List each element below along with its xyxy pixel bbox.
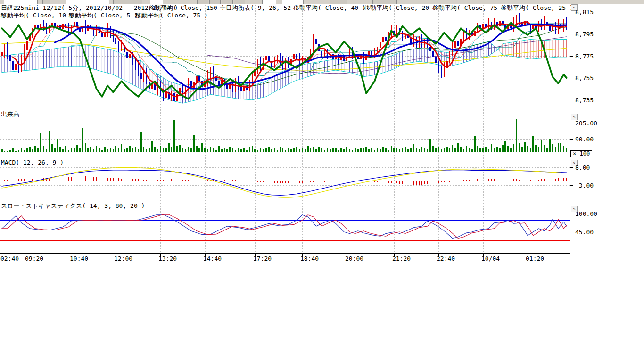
volume-axis-label-0: 205.00	[575, 120, 597, 127]
price-axis-label-4: 8,735	[575, 97, 594, 104]
volume-panel-label: 出来高	[1, 111, 19, 118]
price-volume-macd-stoch-chart	[0, 0, 644, 362]
time-axis-label-3: 12:00	[114, 255, 132, 262]
chart-application-window: 日経225mini 12/12( 5分, 2012/10/02 - 2012/1…	[0, 0, 644, 362]
time-axis-label-9: 21:20	[392, 255, 411, 262]
time-axis-label-10: 22:40	[437, 255, 455, 262]
time-axis-label-4: 13:20	[158, 255, 177, 262]
price-axis-label-3: 8,755	[575, 74, 594, 82]
stochastics-panel-label: スロー・ストキャスティクス( 14, 3, 80, 20 )	[1, 203, 145, 209]
stoch-axis-label-1: 45.00	[575, 229, 594, 236]
time-axis-label-11: 10/04	[481, 255, 500, 262]
price-axis-label-2: 8,775	[575, 53, 594, 60]
price-axis-label-1: 8,795	[575, 31, 594, 38]
macd-axis-label-0: 8.00	[575, 164, 590, 171]
stoch-axis-label-0: 100.00	[575, 210, 597, 217]
time-axis-label-2: 10:40	[70, 255, 88, 262]
time-axis-label-6: 17:20	[253, 255, 272, 262]
time-axis-label-5: 14:40	[203, 255, 222, 262]
volume-multiplier-badge: × 100	[570, 150, 592, 157]
macd-panel-label: MACD( 12, 26, 9 )	[1, 159, 64, 166]
price-axis-label-0: 8,815	[575, 8, 594, 16]
volume-panel-expand-button[interactable]: ↖	[571, 114, 578, 120]
macd-axis-label-1: -3.00	[575, 182, 594, 189]
time-axis-label-0: 02:40	[0, 255, 19, 262]
time-axis-label-1: 09:20	[25, 255, 43, 262]
time-axis-label-12: 01:20	[526, 255, 544, 262]
time-axis-label-7: 18:40	[300, 255, 319, 262]
time-axis-label-8: 20:00	[345, 255, 363, 262]
expand-arrow-icon: ↖	[573, 114, 575, 119]
volume-axis-label-1: 90.00	[575, 136, 594, 143]
